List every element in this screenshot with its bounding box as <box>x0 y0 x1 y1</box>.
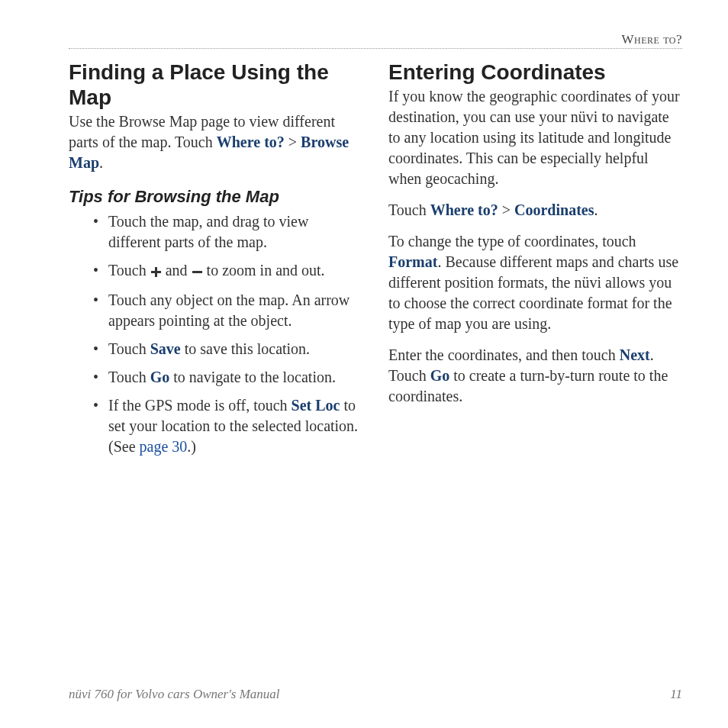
list-item: Touch the map, and drag to view differen… <box>108 211 362 253</box>
breadcrumb-separator-2: > <box>498 201 514 218</box>
list-item: If the GPS mode is off, touch Set Loc to… <box>108 395 362 457</box>
link-go[interactable]: Go <box>150 369 170 385</box>
page-container: Where to? Finding a Place Using the Map … <box>0 0 728 728</box>
p2-text-b: . <box>594 201 598 218</box>
plus-icon <box>151 262 161 282</box>
header-section-name: Where to? <box>622 32 682 47</box>
p2-text-a: Touch <box>388 201 430 218</box>
content-columns: Finding a Place Using the Map Use the Br… <box>69 60 682 465</box>
link-set-loc[interactable]: Set Loc <box>292 397 340 414</box>
coords-paragraph-1: If you know the geographic coordinates o… <box>388 86 682 189</box>
list-item: Touch Save to save this location. <box>108 339 362 359</box>
link-where-to[interactable]: Where to? <box>217 134 285 150</box>
footer-page-number: 11 <box>670 687 682 702</box>
left-column: Finding a Place Using the Map Use the Br… <box>69 60 362 465</box>
svg-rect-2 <box>192 271 202 273</box>
list-item: Touch Go to navigate to the location. <box>108 367 362 388</box>
intro-paragraph: Use the Browse Map page to view differen… <box>69 111 362 173</box>
intro-period: . <box>99 154 103 171</box>
link-go-2[interactable]: Go <box>430 367 450 384</box>
minus-icon <box>192 262 202 282</box>
tip2-text-b: and <box>162 262 192 279</box>
tip2-text-a: Touch <box>108 262 150 279</box>
heading-finding-place: Finding a Place Using the Map <box>69 60 362 110</box>
coords-paragraph-3: To change the type of coordinates, touch… <box>388 231 682 334</box>
heading-entering-coordinates: Entering Coordinates <box>388 60 682 85</box>
tip5-text-a: Touch <box>108 369 150 385</box>
p3-text-a: To change the type of coordinates, touch <box>388 233 636 250</box>
subheading-tips: Tips for Browsing the Map <box>69 187 362 207</box>
tips-list: Touch the map, and drag to view differen… <box>69 211 362 457</box>
link-next[interactable]: Next <box>620 346 650 363</box>
page-footer: nüvi 760 for Volvo cars Owner's Manual 1… <box>69 687 682 702</box>
coords-paragraph-2: Touch Where to? > Coordinates. <box>388 200 682 221</box>
right-column: Entering Coordinates If you know the geo… <box>388 60 682 465</box>
footer-manual-title: nüvi 760 for Volvo cars Owner's Manual <box>69 687 280 702</box>
link-format[interactable]: Format <box>388 253 437 270</box>
link-where-to-2[interactable]: Where to? <box>430 201 498 218</box>
p4-text-a: Enter the coordinates, and then touch <box>388 346 620 363</box>
tip6-text-a: If the GPS mode is off, touch <box>108 397 292 414</box>
breadcrumb-separator: > <box>285 134 301 150</box>
link-save[interactable]: Save <box>150 340 181 357</box>
tip2-text-c: to zoom in and out. <box>203 262 325 279</box>
list-item: Touch any object on the map. An arrow ap… <box>108 290 362 331</box>
svg-rect-1 <box>151 271 161 273</box>
tip6-text-c: .) <box>187 438 196 455</box>
list-item: Touch and to zoom in and out. <box>108 260 362 282</box>
tip5-text-b: to navigate to the location. <box>169 369 336 385</box>
tip4-text-a: Touch <box>108 340 150 357</box>
link-page-30[interactable]: page 30 <box>140 438 188 455</box>
link-coordinates[interactable]: Coordinates <box>514 201 594 218</box>
tip4-text-b: to save this location. <box>181 340 310 357</box>
header-rule: Where to? <box>69 32 682 49</box>
coords-paragraph-4: Enter the coordinates, and then touch Ne… <box>388 345 682 407</box>
